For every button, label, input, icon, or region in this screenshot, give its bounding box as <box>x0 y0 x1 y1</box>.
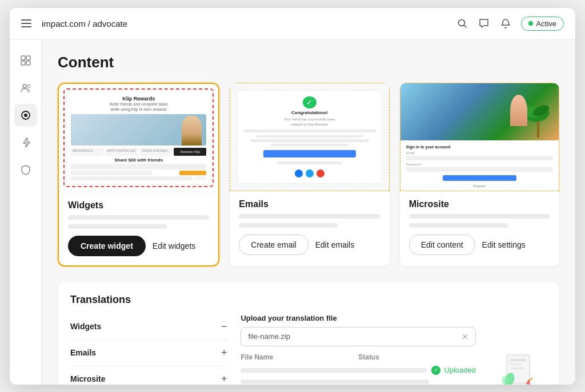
card-widgets: Klip Rewards Refer friends and complete … <box>58 83 219 266</box>
svg-rect-3 <box>26 56 30 60</box>
file-table-row: ✓ Uploaded <box>241 366 476 375</box>
status-label: Active <box>536 19 556 28</box>
upload-input-row[interactable]: file-name.zip ✕ <box>241 327 476 346</box>
illustration <box>490 314 547 385</box>
translations-section: Translations Widgets − Emails + Microsit… <box>58 282 559 385</box>
sidebar-item-shield[interactable] <box>14 159 37 181</box>
sidebar <box>10 40 42 385</box>
upload-section: Upload your translation file file-name.z… <box>241 314 476 385</box>
card-widgets-line1 <box>68 215 209 220</box>
col-filename: File Name <box>241 353 358 361</box>
svg-point-7 <box>27 84 30 87</box>
upload-label: Upload your translation file <box>241 314 476 322</box>
sidebar-item-dashboard[interactable] <box>14 49 37 72</box>
edit-settings-button[interactable]: Edit settings <box>482 240 526 249</box>
trans-item-emails-label: Emails <box>70 348 96 357</box>
card-microsite-line1 <box>409 214 550 219</box>
file-name-value <box>241 368 427 373</box>
card-emails-line2 <box>239 223 338 228</box>
page-title: Content <box>58 54 559 71</box>
svg-point-20 <box>527 381 530 385</box>
upload-filename: file-name.zip <box>248 332 457 341</box>
app-window: impact.com / advocate Active <box>10 8 575 385</box>
svg-point-0 <box>458 20 464 26</box>
sidebar-item-content[interactable] <box>14 104 37 127</box>
main-content: Content Klip Rewards Refer friends and c… <box>42 40 575 385</box>
status-check-icon: ✓ <box>431 366 440 375</box>
card-emails: ✓ Congratulations! Your friend has succe… <box>230 83 389 266</box>
menu-icon[interactable] <box>21 18 33 29</box>
translations-body: Widgets − Emails + Microsite + <box>70 314 547 385</box>
card-widgets-actions: Create widget Edit widgets <box>68 236 209 256</box>
upload-clear-icon[interactable]: ✕ <box>462 332 468 341</box>
status-badge[interactable]: Active <box>521 17 564 31</box>
card-widgets-body: Widgets Create widget Edit widgets <box>59 192 218 265</box>
svg-rect-5 <box>26 61 30 65</box>
bell-icon[interactable] <box>499 17 512 30</box>
card-widgets-name: Widgets <box>68 200 209 211</box>
file-table-header: File Name Status <box>241 353 476 361</box>
file-table: File Name Status ✓ Uploaded <box>241 353 476 384</box>
card-emails-name: Emails <box>239 199 380 209</box>
trans-item-emails: Emails + <box>70 340 227 366</box>
svg-point-6 <box>23 84 26 88</box>
file-table-bottom-line <box>241 379 428 384</box>
trans-item-widgets-toggle[interactable]: − <box>221 321 227 333</box>
status-text: Uploaded <box>444 366 476 374</box>
body: Content Klip Rewards Refer friends and c… <box>10 40 575 385</box>
card-microsite: Sign in to your account Email Password R… <box>400 83 559 266</box>
trans-item-microsite-label: Microsite <box>70 374 105 383</box>
card-widgets-preview: Klip Rewards Refer friends and complete … <box>59 84 218 192</box>
svg-rect-2 <box>21 56 25 60</box>
sidebar-item-lightning[interactable] <box>14 131 37 154</box>
edit-emails-button[interactable]: Edit emails <box>315 240 354 249</box>
trans-item-widgets: Widgets − <box>70 314 227 340</box>
header: impact.com / advocate Active <box>10 8 575 40</box>
svg-rect-4 <box>21 61 25 65</box>
svg-point-9 <box>24 114 27 117</box>
trans-item-emails-toggle[interactable]: + <box>221 347 227 359</box>
card-emails-actions: Create email Edit emails <box>239 235 380 255</box>
trans-item-microsite-toggle[interactable]: + <box>221 373 227 385</box>
trans-item-widgets-label: Widgets <box>70 322 101 331</box>
header-actions: Active <box>456 17 564 31</box>
content-cards: Klip Rewards Refer friends and complete … <box>58 83 559 266</box>
card-microsite-body: Microsite Edit content Edit settings <box>400 191 559 266</box>
chat-icon[interactable] <box>478 17 490 30</box>
create-email-button[interactable]: Create email <box>239 235 308 255</box>
translations-list: Widgets − Emails + Microsite + <box>70 314 227 385</box>
search-icon[interactable] <box>456 17 468 30</box>
brand-title: impact.com / advocate <box>42 19 447 29</box>
translations-title: Translations <box>70 294 547 306</box>
card-microsite-actions: Edit content Edit settings <box>409 235 550 255</box>
svg-line-1 <box>464 26 466 28</box>
card-microsite-name: Microsite <box>409 199 550 209</box>
col-status: Status <box>358 353 476 361</box>
card-emails-line1 <box>239 214 380 219</box>
edit-widgets-button[interactable]: Edit widgets <box>153 241 195 250</box>
svg-rect-17 <box>510 367 524 369</box>
card-microsite-preview: Sign in to your account Email Password R… <box>400 83 559 191</box>
sidebar-item-people[interactable] <box>14 76 37 99</box>
trans-item-microsite: Microsite + <box>70 366 227 385</box>
svg-rect-15 <box>510 359 526 361</box>
svg-rect-16 <box>510 363 522 365</box>
card-microsite-line2 <box>409 223 508 228</box>
create-widget-button[interactable]: Create widget <box>68 236 146 256</box>
edit-content-button[interactable]: Edit content <box>409 235 475 255</box>
card-emails-body: Emails Create email Edit emails <box>230 191 389 266</box>
status-uploaded: ✓ Uploaded <box>431 366 476 375</box>
status-dot <box>528 21 533 26</box>
card-widgets-line2 <box>68 224 167 229</box>
card-emails-preview: ✓ Congratulations! Your friend has succe… <box>230 83 389 191</box>
